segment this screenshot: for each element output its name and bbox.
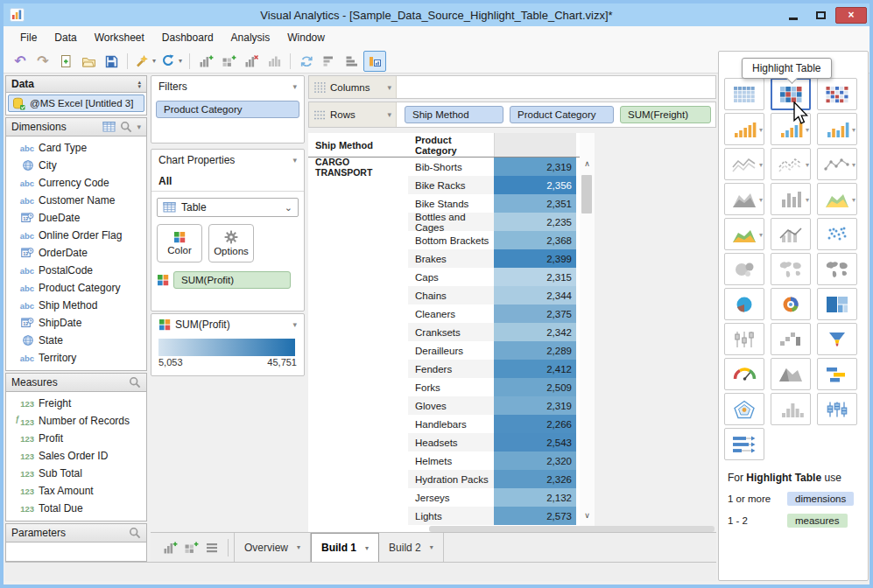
viz-candlestick-chart-button[interactable] bbox=[724, 323, 764, 355]
category-cell[interactable]: Cranksets bbox=[408, 323, 494, 341]
pill-sum-freight[interactable]: SUM(Freight) bbox=[620, 106, 711, 123]
ship-method-cell[interactable] bbox=[308, 507, 408, 525]
chevron-down-icon[interactable]: ▾ bbox=[152, 57, 156, 65]
chevron-down-icon[interactable]: ▾ bbox=[806, 195, 809, 203]
category-cell[interactable]: Jerseys bbox=[408, 488, 494, 507]
category-cell[interactable]: Lights bbox=[408, 507, 494, 525]
ship-method-cell[interactable] bbox=[308, 304, 408, 323]
value-cell[interactable]: 2,319 bbox=[494, 396, 576, 415]
ship-method-cell[interactable] bbox=[308, 452, 408, 470]
category-cell[interactable]: Bib-Shorts bbox=[408, 158, 494, 176]
viz-bubble-chart-button[interactable] bbox=[724, 253, 764, 285]
connect-data-button[interactable]: ▾ bbox=[132, 51, 158, 72]
search-icon[interactable] bbox=[129, 376, 141, 388]
search-icon[interactable] bbox=[129, 527, 141, 539]
ship-method-cell[interactable] bbox=[308, 286, 408, 304]
viz-histogram-button[interactable] bbox=[771, 393, 811, 425]
category-cell[interactable]: Cleaners bbox=[408, 304, 494, 323]
viz-area-chart-button[interactable]: ▾ bbox=[724, 183, 764, 215]
field-ship-method[interactable]: abcShip Method bbox=[6, 297, 146, 314]
value-cell[interactable]: 2,412 bbox=[494, 360, 576, 378]
sheet-list-button[interactable] bbox=[201, 538, 222, 557]
chevron-down-icon[interactable]: ▾ bbox=[852, 195, 855, 203]
viz-donut-chart-button[interactable] bbox=[771, 288, 811, 320]
category-cell[interactable]: Bottom Brackets bbox=[408, 231, 494, 249]
category-cell[interactable]: Helmets bbox=[408, 452, 494, 470]
viz-line-chart-button[interactable]: ▾ bbox=[724, 148, 764, 180]
value-cell[interactable]: 2,315 bbox=[494, 268, 576, 286]
viz-radar-chart-button[interactable] bbox=[724, 393, 764, 425]
collapse-icon[interactable]: ▾ bbox=[292, 82, 297, 91]
field-sales-order-id[interactable]: 123Sales Order ID bbox=[6, 447, 146, 465]
value-cell[interactable]: 2,344 bbox=[494, 286, 576, 304]
viz-map-button[interactable] bbox=[771, 253, 811, 285]
viz-scatter-plot-button[interactable] bbox=[817, 218, 857, 250]
chevron-down-icon[interactable]: ▾ bbox=[806, 160, 809, 168]
chevron-down-icon[interactable]: ▾ bbox=[430, 543, 433, 551]
field-freight[interactable]: 123Freight bbox=[6, 395, 146, 412]
options-button[interactable]: Options bbox=[208, 224, 254, 262]
sheet-tab-overview[interactable]: Overview▾ bbox=[234, 533, 311, 562]
viz-gantt-chart-button[interactable] bbox=[817, 358, 857, 390]
maximize-button[interactable] bbox=[808, 7, 833, 24]
ship-method-cell[interactable] bbox=[308, 194, 408, 213]
viz-combo-chart-button[interactable] bbox=[771, 218, 811, 250]
field-territory[interactable]: abcTerritory bbox=[6, 349, 146, 367]
category-cell[interactable]: Bike Stands bbox=[408, 194, 494, 213]
chevron-down-icon[interactable]: ▾ bbox=[292, 320, 297, 329]
ship-method-cell[interactable] bbox=[308, 249, 408, 268]
viz-surface-chart-button[interactable] bbox=[771, 358, 811, 390]
viz-waterfall-chart-button[interactable] bbox=[771, 323, 811, 355]
search-icon[interactable] bbox=[120, 121, 132, 133]
value-cell[interactable]: 2,342 bbox=[494, 323, 576, 341]
sort-fields-icon[interactable]: ▴▾ bbox=[137, 80, 141, 88]
field-number-of-records[interactable]: ƒ123Number of Records bbox=[6, 412, 146, 430]
value-cell[interactable]: 2,132 bbox=[494, 488, 576, 507]
ship-method-cell[interactable] bbox=[308, 415, 408, 433]
sort-descending-button[interactable] bbox=[318, 51, 341, 72]
viz-bullet-chart-button[interactable] bbox=[724, 428, 764, 460]
field-tax-amount[interactable]: 123Tax Amount bbox=[6, 482, 146, 500]
menu-dashboard[interactable]: Dashboard bbox=[154, 28, 222, 47]
viz-bar-chart-button[interactable]: ▾ bbox=[724, 113, 764, 145]
value-cell[interactable]: 2,351 bbox=[494, 194, 576, 213]
field-shipdate[interactable]: 12ShipDate bbox=[6, 314, 146, 332]
ship-method-cell[interactable] bbox=[308, 433, 408, 452]
category-cell[interactable]: Caps bbox=[408, 268, 494, 286]
viz-grouped-bar-chart-button[interactable]: ▾ bbox=[817, 113, 857, 145]
field-city[interactable]: City bbox=[6, 157, 146, 174]
ship-method-cell[interactable] bbox=[308, 231, 408, 249]
table-vertical-scrollbar[interactable]: ∧ ∨ bbox=[580, 133, 595, 532]
chevron-down-icon[interactable]: ▾ bbox=[759, 125, 763, 133]
value-cell[interactable]: 2,235 bbox=[494, 213, 576, 231]
chevron-down-icon[interactable]: ▾ bbox=[387, 83, 391, 92]
chevron-down-icon[interactable]: ▾ bbox=[179, 57, 182, 65]
field-postalcode[interactable]: abcPostalCode bbox=[6, 262, 146, 279]
swap-axes-button[interactable] bbox=[295, 51, 318, 72]
filters-header[interactable]: Filters ▾ bbox=[151, 76, 304, 97]
chevron-down-icon[interactable]: ▾ bbox=[852, 160, 855, 168]
collapse-icon[interactable]: ▾ bbox=[292, 156, 297, 164]
open-button[interactable] bbox=[77, 51, 100, 72]
field-total-due[interactable]: 123Total Due bbox=[6, 500, 146, 517]
minimize-button[interactable] bbox=[781, 7, 806, 24]
viz-dashed-line-chart-button[interactable]: ▾ bbox=[771, 148, 811, 180]
category-cell[interactable]: Brakes bbox=[408, 249, 494, 268]
ship-method-cell[interactable] bbox=[308, 213, 408, 231]
field-currency-code[interactable]: abcCurrency Code bbox=[6, 174, 146, 192]
color-button[interactable]: Color bbox=[157, 224, 202, 262]
category-cell[interactable]: Hydration Packs bbox=[408, 470, 494, 488]
chevron-down-icon[interactable]: ▾ bbox=[852, 125, 855, 133]
new-dashboard-button[interactable] bbox=[180, 538, 201, 557]
chart-type-select[interactable]: Table ⌄ bbox=[157, 198, 299, 217]
scroll-up-arrow[interactable]: ∧ bbox=[580, 159, 595, 168]
add-dashboard-button[interactable] bbox=[217, 51, 240, 72]
ship-method-cell[interactable] bbox=[308, 396, 408, 415]
ship-method-cell[interactable] bbox=[308, 323, 408, 341]
value-cell[interactable]: 2,326 bbox=[494, 470, 576, 488]
chevron-down-icon[interactable]: ▾ bbox=[365, 544, 369, 552]
menu-file[interactable]: File bbox=[12, 28, 45, 47]
menu-analysis[interactable]: Analysis bbox=[223, 28, 278, 47]
menu-worksheet[interactable]: Worksheet bbox=[87, 28, 152, 47]
close-button[interactable]: × bbox=[835, 7, 867, 24]
